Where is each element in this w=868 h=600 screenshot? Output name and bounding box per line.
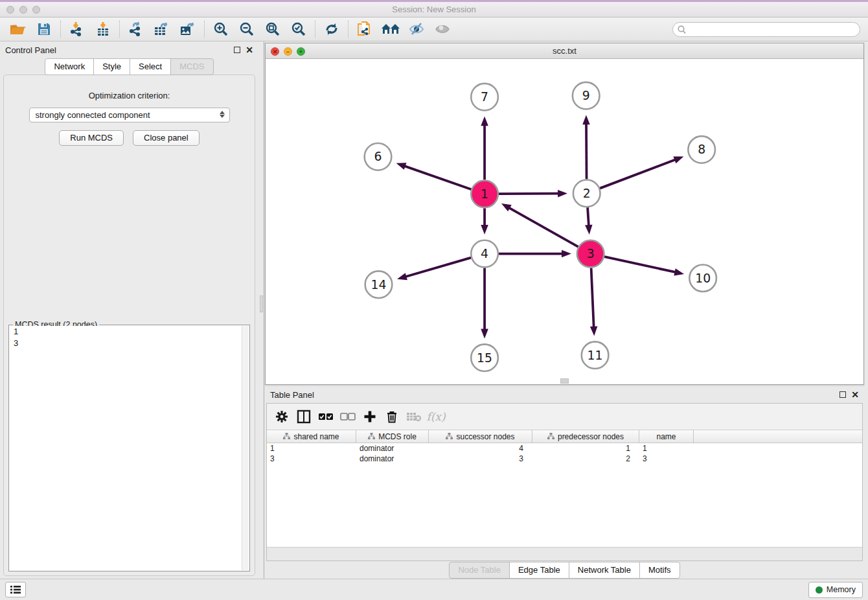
- table-settings-button[interactable]: [272, 407, 291, 426]
- criterion-select[interactable]: strongly connected component: [29, 108, 230, 122]
- search-box[interactable]: [672, 22, 860, 37]
- run-mcds-button[interactable]: Run MCDS: [59, 130, 124, 146]
- save-session-button[interactable]: [31, 19, 57, 40]
- checked-boxes-icon: [318, 413, 334, 421]
- node-label-6: 6: [374, 150, 382, 163]
- close-table-panel-icon[interactable]: ✕: [851, 391, 859, 398]
- node-label-2: 2: [583, 187, 591, 200]
- mcds-result-group: MCDS result (2 nodes) 13: [8, 325, 250, 571]
- edge-1-6[interactable]: [404, 166, 472, 190]
- close-panel-icon[interactable]: ✕: [246, 47, 253, 53]
- edge-1-2[interactable]: [499, 194, 560, 194]
- mcds-result-lines: 13: [10, 326, 249, 349]
- import-table-button[interactable]: [90, 19, 116, 40]
- zoom-selected-button[interactable]: [286, 19, 312, 40]
- export-image-icon: [179, 21, 196, 37]
- export-network-icon: [128, 21, 144, 37]
- network-window-controls[interactable]: ✕ − +: [271, 47, 305, 56]
- export-image-button[interactable]: [175, 19, 201, 40]
- apply-layout-button[interactable]: [319, 19, 345, 40]
- cell-successor-nodes[interactable]: 3: [429, 454, 532, 464]
- column-header-mcds-role[interactable]: MCDS role: [356, 430, 429, 443]
- column-header-successor-nodes[interactable]: successor nodes: [429, 430, 532, 443]
- panel-splitter[interactable]: [258, 41, 264, 579]
- column-header-name[interactable]: name: [639, 430, 694, 443]
- edge-3-11[interactable]: [591, 268, 594, 328]
- edge-4-14[interactable]: [404, 258, 471, 277]
- edge-2-3[interactable]: [588, 207, 589, 227]
- cell-predecessor-nodes[interactable]: 2: [532, 454, 639, 464]
- column-header-shared-name[interactable]: shared name: [267, 430, 356, 443]
- edge-2-9[interactable]: [586, 122, 587, 179]
- application-window: Session: New Session: [0, 0, 868, 600]
- result-scrollbar[interactable]: [242, 326, 249, 570]
- network-window-titlebar[interactable]: ✕ − + scc.txt: [266, 43, 863, 59]
- tab-network[interactable]: Network: [45, 58, 94, 75]
- arrowhead-1-4: [481, 225, 488, 235]
- node-label-8: 8: [698, 143, 705, 156]
- table-horizontal-scrollbar[interactable]: [267, 547, 862, 560]
- zoom-out-icon: [239, 21, 255, 37]
- tab-mcds[interactable]: MCDS: [170, 58, 213, 75]
- memory-button[interactable]: Memory: [808, 582, 863, 598]
- arrowhead-4-15: [481, 329, 488, 339]
- toggle-column-view-button[interactable]: [294, 407, 314, 426]
- zoom-out-button[interactable]: [234, 19, 260, 40]
- zoom-in-icon: [213, 21, 229, 37]
- deselect-all-columns-button[interactable]: [338, 407, 358, 426]
- open-session-button[interactable]: [5, 19, 31, 40]
- tab-style[interactable]: Style: [93, 58, 130, 75]
- arrowhead-2-3: [585, 225, 592, 235]
- mcds-result-list[interactable]: 13: [10, 326, 249, 570]
- cell-name[interactable]: 3: [639, 454, 694, 464]
- cell-mcds-role[interactable]: dominator: [356, 454, 429, 464]
- tab-edge-table[interactable]: Edge Table: [509, 562, 569, 579]
- node-label-10: 10: [695, 271, 711, 285]
- network-graph[interactable]: 7968124314101511: [266, 59, 863, 384]
- cell-name[interactable]: 1: [639, 443, 694, 454]
- close-panel-button[interactable]: Close panel: [133, 130, 200, 146]
- edge-3-10[interactable]: [604, 257, 676, 272]
- result-line: 1: [10, 326, 249, 338]
- table-row[interactable]: 3dominator323: [267, 454, 862, 464]
- splitter-grip[interactable]: [260, 295, 263, 312]
- canvas-splitter-grip[interactable]: [560, 378, 569, 384]
- cell-shared-name[interactable]: 1: [267, 443, 356, 454]
- arrowhead-1-2: [558, 190, 567, 198]
- zoom-in-button[interactable]: [208, 19, 234, 40]
- cybrowser-home-button[interactable]: [378, 19, 404, 40]
- network-canvas[interactable]: 7968124314101511: [266, 59, 863, 384]
- hierarchy-icon: [547, 433, 554, 440]
- show-all-button[interactable]: [429, 19, 455, 40]
- column-label: predecessor nodes: [558, 432, 624, 441]
- edge-2-8[interactable]: [600, 159, 676, 189]
- hide-selected-button[interactable]: [404, 19, 429, 40]
- network-minimize-button[interactable]: −: [284, 47, 292, 56]
- zoom-fit-button[interactable]: [260, 19, 286, 40]
- delete-columns-button[interactable]: [382, 407, 402, 426]
- table-row[interactable]: 1dominator411: [267, 443, 862, 454]
- cell-shared-name[interactable]: 3: [267, 454, 356, 464]
- cell-mcds-role[interactable]: dominator: [356, 443, 429, 454]
- column-header-predecessor-nodes[interactable]: predecessor nodes: [532, 430, 639, 443]
- tab-motifs[interactable]: Motifs: [639, 562, 680, 579]
- import-network-button[interactable]: [64, 19, 90, 40]
- task-history-button[interactable]: [5, 582, 26, 597]
- network-maximize-button[interactable]: +: [297, 47, 305, 56]
- export-network-button[interactable]: [123, 19, 149, 40]
- tab-node-table[interactable]: Node Table: [449, 562, 510, 579]
- cell-successor-nodes[interactable]: 4: [429, 443, 532, 454]
- arrowhead-4-3: [562, 250, 571, 258]
- float-panel-icon[interactable]: [234, 47, 240, 53]
- export-table-button[interactable]: [149, 19, 175, 40]
- float-table-panel-icon[interactable]: [839, 391, 846, 398]
- tab-network-table[interactable]: Network Table: [569, 562, 640, 579]
- search-input[interactable]: [689, 23, 854, 36]
- add-column-button[interactable]: [360, 407, 380, 426]
- network-close-button[interactable]: ✕: [271, 47, 279, 56]
- select-all-columns-button[interactable]: [316, 407, 336, 426]
- network-from-file-button[interactable]: [352, 19, 378, 40]
- tab-select[interactable]: Select: [130, 58, 171, 75]
- edge-3-1[interactable]: [508, 207, 578, 247]
- cell-predecessor-nodes[interactable]: 1: [532, 443, 639, 454]
